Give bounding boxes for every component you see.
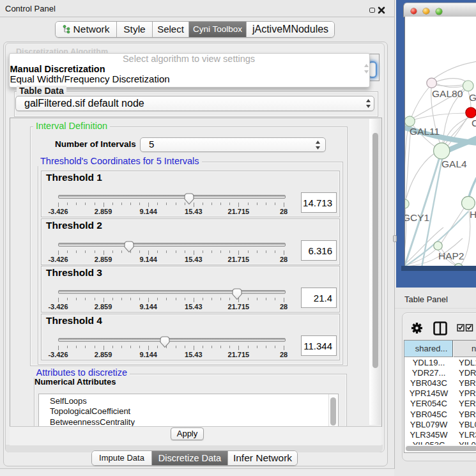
- svg-text:H: H: [470, 209, 476, 220]
- svg-text:C: C: [472, 118, 476, 128]
- svg-text:GCY1: GCY1: [405, 212, 429, 223]
- svg-text:GA: GA: [469, 92, 476, 103]
- svg-text:GAL80: GAL80: [432, 88, 463, 99]
- svg-text:GAL4: GAL4: [441, 158, 467, 169]
- svg-text:HAP2: HAP2: [438, 250, 464, 261]
- svg-text:GAL11: GAL11: [410, 126, 440, 137]
